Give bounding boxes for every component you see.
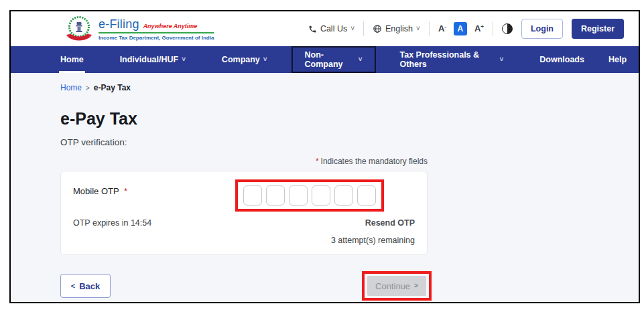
browser-viewport: e-Filing Anywhere Anytime Income Tax Dep… [9,10,640,303]
divider [429,21,430,36]
divider [493,21,493,36]
otp-card: Mobile OTP * OTP expires in 14:54 Resend… [60,171,428,255]
required-asterisk: * [316,157,319,166]
globe-icon [373,24,382,33]
breadcrumb-separator: > [86,84,90,92]
form-actions: < Back Continue > [60,271,428,301]
language-menu[interactable]: English ˅ [373,24,420,33]
breadcrumb-current: e-Pay Tax [94,83,131,92]
nav-item-non-company[interactable]: Non-Company ˅ [292,46,376,73]
back-button[interactable]: < Back [60,274,111,298]
chevron-down-icon: ˅ [182,56,186,63]
resend-otp-link[interactable]: Resend OTP [365,218,415,228]
chevron-down-icon: ˅ [350,25,355,32]
efiling-logo[interactable]: e-Filing Anywhere Anytime Income Tax Dep… [66,14,214,44]
otp-input-5[interactable] [334,185,353,206]
otp-input-1[interactable] [243,185,262,206]
logo-text: e-Filing Anywhere Anytime Income Tax Dep… [99,17,214,41]
divider [363,21,364,36]
chevron-left-icon: < [71,283,75,290]
chevron-down-icon: ˅ [416,25,420,32]
login-button[interactable]: Login [521,19,563,39]
nav-item-company[interactable]: Company ˅ [210,46,279,73]
nav-item-downloads[interactable]: Downloads [527,46,596,73]
main-navigation: Home Individual/HUF ˅ Company ˅ Non-Comp… [11,46,639,73]
page-content: Home > e-Pay Tax e-Pay Tax OTP verificat… [11,73,639,302]
site-header: e-Filing Anywhere Anytime Income Tax Dep… [11,11,639,46]
call-us-menu[interactable]: Call Us ˅ [308,24,355,33]
continue-button[interactable]: Continue > [367,276,426,296]
call-us-label: Call Us [320,24,347,33]
page-title: e-Pay Tax [60,109,428,129]
otp-verification-label: OTP verification: [60,137,428,147]
breadcrumb-home-link[interactable]: Home [60,83,82,92]
screenshot-annotation-continue: Continue > [362,271,432,301]
brand-tagline: Anywhere Anytime [143,23,198,29]
nav-item-home[interactable]: Home [48,46,96,73]
otp-expiry-timer: OTP expires in 14:54 [73,218,151,228]
nav-item-help[interactable]: Help [596,46,639,73]
chevron-right-icon: > [414,283,418,289]
brand-name: e-Filing [99,17,139,31]
chevron-down-icon: ˅ [359,56,363,63]
screenshot-annotation-otp-box [235,179,384,212]
font-size-controls: A- A A+ [438,22,484,35]
register-button[interactable]: Register [572,19,624,39]
required-asterisk: * [124,186,127,196]
font-increase-button[interactable]: A+ [474,23,484,33]
mobile-otp-label: Mobile OTP * [73,186,129,196]
otp-input-6[interactable] [357,185,376,206]
otp-input-3[interactable] [289,185,308,206]
phone-icon [308,25,317,33]
nav-item-individual-huf[interactable]: Individual/HUF ˅ [108,46,198,73]
header-tools: Call Us ˅ English ˅ A- A A+ Login Regist… [308,19,624,39]
brand-subtitle: Income Tax Department, Government of Ind… [99,35,214,41]
otp-input-4[interactable] [312,185,330,206]
contrast-toggle-icon[interactable] [502,23,513,34]
nav-item-tax-professionals[interactable]: Tax Professionals & Others ˅ [388,46,516,73]
chevron-down-icon: ˅ [263,56,267,63]
language-label: English [385,24,413,33]
mandatory-fields-note: *Indicates the mandatory fields [60,157,428,166]
attempts-remaining: 3 attempt(s) remaining [73,236,415,245]
breadcrumb: Home > e-Pay Tax [60,73,428,92]
income-tax-emblem-icon [66,14,92,44]
otp-input-2[interactable] [266,185,285,206]
font-decrease-button[interactable]: A- [438,23,446,33]
font-default-button[interactable]: A [454,22,467,35]
chevron-down-icon: ˅ [500,56,504,63]
